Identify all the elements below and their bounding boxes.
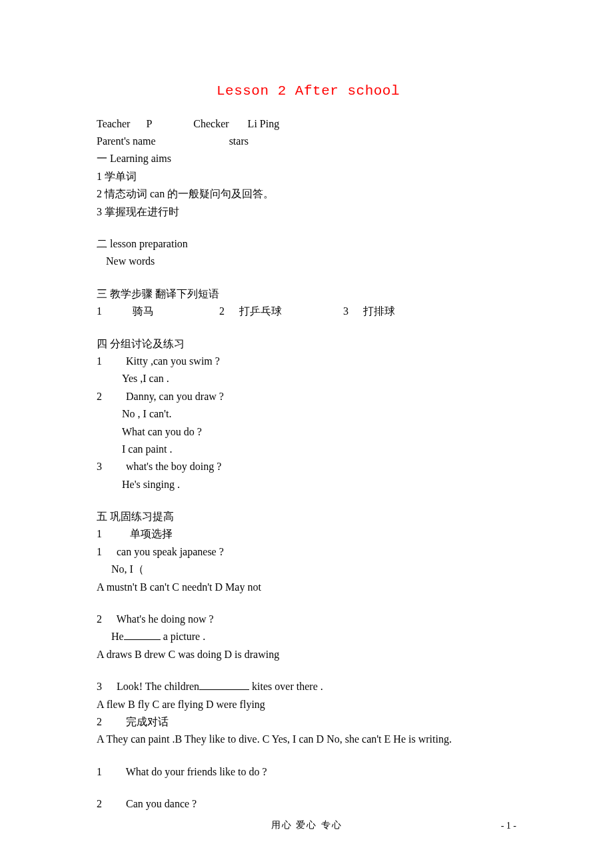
dialog-3-a: He's singing . (97, 476, 520, 493)
phrase-1: 骑马 (133, 305, 154, 317)
item-number: 2 (97, 391, 102, 402)
section-5-heading: 五 巩固练习提高 (97, 508, 520, 525)
answer-blank[interactable] (199, 679, 249, 690)
meta-row-1: Teacher P Checker Li Ping (97, 115, 520, 133)
teacher-value: P (146, 115, 152, 133)
checker-value: Li Ping (248, 115, 280, 133)
dialog-2-q: 2 Danny, can you draw ? (97, 388, 520, 405)
aim-3: 3 掌握现在进行时 (97, 203, 520, 221)
question-text-a: Look! The children (117, 681, 199, 692)
dialog-q2: 2 Can you dance ? (97, 795, 520, 813)
subsection-1: 1 单项选择 (97, 525, 520, 543)
mc-1-question: 1 can you speak japanese ? (97, 543, 520, 561)
dialog-2-b: What can you do ? (97, 423, 520, 441)
question-text: Can you dance ? (126, 798, 197, 809)
section-2-heading: 二 lesson preparation (97, 235, 520, 253)
dialog-text: Danny, can you draw ? (126, 391, 224, 402)
section-1-heading: 一 Learning aims (97, 150, 520, 167)
section-2-sub: New words (97, 253, 520, 270)
spacer (229, 115, 248, 133)
page-footer: 用心 爱心 专心 - 1 - (0, 819, 613, 831)
aim-1: 1 学单词 (97, 168, 520, 185)
phrase-3-num: 3 (343, 305, 348, 317)
spacer (130, 115, 146, 133)
phrase-1-num: 1 (97, 305, 102, 317)
checker-label: Checker (193, 115, 229, 133)
teacher-label: Teacher (97, 115, 130, 133)
dialog-q1: 1 What do your friends like to do ? (97, 763, 520, 781)
question-text-b: kites over there . (252, 681, 323, 692)
footer-motto: 用心 爱心 专心 (271, 820, 342, 830)
meta-row-2: Parent's name stars (97, 133, 520, 150)
dialog-text: what's the boy doing ? (126, 461, 221, 472)
dialog-3-q: 3 what's the boy doing ? (97, 458, 520, 475)
stars-label: stars (229, 133, 249, 150)
phrase-row: 1 骑马 2 打乒乓球 3 打排球 (97, 303, 520, 320)
question-text: What's he doing now ? (117, 613, 214, 625)
dialog-1-q: 1 Kitty ,can you swim ? (97, 353, 520, 370)
mc-1-stem: No, I（ (97, 561, 520, 578)
question-text: What do your friends like to do ? (126, 766, 267, 777)
page-number: - 1 - (501, 821, 516, 831)
lesson-title: Lesson 2 After school (97, 80, 520, 103)
question-text: can you speak japanese ? (117, 546, 224, 557)
phrase-3: 打排球 (363, 305, 395, 317)
item-number: 2 (97, 613, 102, 625)
aim-2: 2 情态动词 can 的一般疑问句及回答。 (97, 185, 520, 203)
item-number: 3 (97, 681, 102, 692)
spacer (152, 115, 193, 133)
mc-2-options: A draws B drew C was doing D is drawing (97, 646, 520, 663)
sub-label: 单项选择 (130, 528, 173, 539)
item-number: 2 (97, 798, 102, 809)
item-number: 3 (97, 461, 102, 472)
stem-b: a picture . (163, 631, 206, 642)
spacer (156, 133, 229, 150)
dialog-text: Kitty ,can you swim ? (126, 355, 220, 367)
subsection-2: 2 完成对话 (97, 713, 520, 731)
mc-3-options: A flew B fly C are flying D were flying (97, 696, 520, 713)
sub-number: 2 (97, 716, 102, 727)
item-number: 1 (97, 355, 102, 367)
mc-2-stem: He a picture . (97, 628, 520, 645)
section-4-heading: 四 分组讨论及练习 (97, 335, 520, 353)
mc-2-question: 2 What's he doing now ? (97, 611, 520, 628)
parent-name-label: Parent's name (97, 133, 156, 150)
dialog-1-a: Yes ,I can . (97, 370, 520, 387)
sub-number: 1 (97, 528, 102, 539)
section-3-heading: 三 教学步骤 翻译下列短语 (97, 285, 520, 303)
sub-label: 完成对话 (126, 716, 169, 727)
item-number: 1 (97, 546, 102, 557)
mc-3-question: 3 Look! The children kites over there . (97, 678, 520, 695)
answer-bank: A They can paint .B They like to dive. C… (97, 731, 520, 748)
mc-1-options: A mustn't B can't C needn't D May not (97, 579, 520, 596)
dialog-2-a: No , I can't. (97, 405, 520, 423)
answer-blank[interactable] (124, 629, 161, 640)
phrase-2: 打乒乓球 (239, 305, 282, 317)
dialog-2-c: I can paint . (97, 441, 520, 458)
phrase-2-num: 2 (219, 305, 225, 317)
document-page: Lesson 2 After school Teacher P Checker … (0, 0, 613, 813)
item-number: 1 (97, 766, 102, 777)
stem-a: He (111, 631, 124, 642)
